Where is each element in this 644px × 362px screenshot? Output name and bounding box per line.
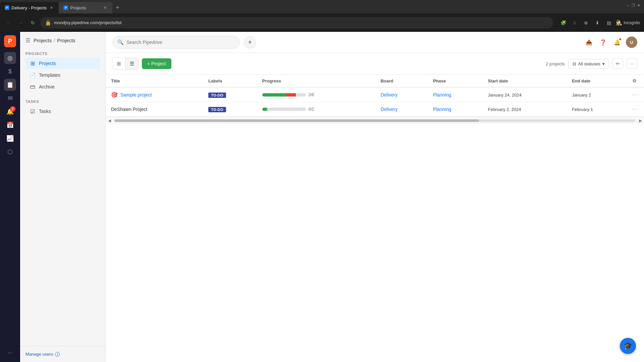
rail-icon-projects[interactable]: 📋 [4, 79, 16, 91]
sidebar-menu-icon[interactable]: ☰ [25, 37, 30, 44]
progress-bar-row1 [262, 93, 306, 97]
add-project-button[interactable]: + Project [142, 58, 171, 69]
notification-button[interactable]: 🔔 [612, 37, 623, 48]
breadcrumb-part1[interactable]: Projects [34, 38, 52, 43]
reload-button[interactable]: ↻ [28, 18, 38, 27]
manage-users-button[interactable]: Manage users i [25, 352, 100, 357]
projects-icon: ⊞ [30, 60, 36, 66]
row-actions-button-row1[interactable]: ··· [632, 92, 639, 98]
board-link-row1[interactable]: Delivery [381, 92, 398, 98]
project-title-cell-row2: DeShawn Project [106, 102, 203, 117]
tab-label-2: Projects [70, 5, 86, 10]
board-link-row2[interactable]: Delivery [381, 107, 398, 112]
start-date-row1: January 24, 2024 [488, 93, 522, 98]
new-tab-button[interactable]: + [112, 3, 122, 13]
rail-icon-target[interactable]: ◎ [4, 52, 16, 64]
edit-columns-button[interactable]: ✏ [612, 58, 623, 69]
phase-link-row1[interactable]: Planning [433, 92, 451, 98]
table-row: 🎯 Sample project TO-DO [106, 87, 644, 102]
kanban-view-button[interactable]: ⊞ [113, 58, 125, 69]
sidebar-item-projects[interactable]: ⊞ Projects [25, 58, 100, 69]
download-button[interactable]: ⬇ [593, 18, 602, 27]
bookmark-button[interactable]: ☆ [570, 18, 579, 27]
all-statuses-button[interactable]: ⊟ All statuses ▾ [568, 59, 609, 69]
project-title-link-deshaw[interactable]: DeShawn Project [111, 107, 198, 112]
table-header-row: Title Labels Progress Board Phase Start … [106, 75, 644, 87]
avatar[interactable]: U [626, 37, 637, 48]
project-title-cell: 🎯 Sample project [106, 87, 203, 102]
logo-button[interactable]: P [4, 35, 16, 47]
rail-icon-calendar[interactable]: 📅 [4, 119, 16, 131]
global-add-button[interactable]: + [244, 36, 256, 48]
col-phase: Phase [428, 75, 483, 87]
scroll-track[interactable] [114, 119, 635, 122]
sidebar-item-archive[interactable]: 🗃 Archive [25, 81, 100, 93]
back-button[interactable]: ← [4, 18, 13, 27]
all-statuses-chevron: ▾ [602, 61, 605, 66]
list-view-button[interactable]: ☰ [125, 58, 138, 69]
breadcrumb: Projects / Projects [34, 38, 75, 43]
all-statuses-label: All statuses [578, 61, 600, 66]
manage-users-label: Manage users [25, 352, 53, 357]
scroll-right-button[interactable]: ▶ [637, 117, 644, 124]
tasks-icon: ☑ [30, 108, 36, 114]
tab-close-2[interactable]: ✕ [102, 5, 108, 10]
tab-label-1: Delivery - Projects [11, 5, 47, 10]
view-toggle: ⊞ ☰ [112, 58, 139, 70]
row-actions-button-row2[interactable]: ··· [632, 106, 639, 112]
sidebar-item-label-archive: Archive [39, 84, 55, 89]
sidebar-item-tasks[interactable]: ☑ Tasks [25, 106, 100, 117]
col-progress: Progress [257, 75, 375, 87]
share-button[interactable]: 📤 [584, 37, 594, 48]
url-input[interactable] [54, 20, 548, 25]
more-options-button[interactable]: ··· [627, 58, 637, 69]
tab-projects[interactable]: P Projects ✕ [59, 2, 112, 13]
extensions-button[interactable]: 🧩 [558, 18, 568, 27]
progress-cell-row2: 0/2 [257, 102, 375, 117]
table-settings-icon[interactable]: ⚙ [632, 78, 637, 83]
help-button[interactable]: ❓ [598, 37, 608, 48]
project-name-deshaw: DeShawn Project [111, 107, 147, 112]
forward-button[interactable]: → [16, 18, 25, 27]
tab-favicon-2: P [63, 5, 68, 10]
help-fab-button[interactable]: 🎓 [620, 338, 636, 354]
search-bar[interactable]: 🔍 [112, 36, 240, 49]
sidebar-footer: Manage users i [20, 346, 105, 362]
rail-icon-email[interactable]: ✉ [4, 92, 16, 104]
rail-icon-more[interactable]: ··· [4, 347, 16, 359]
phase-cell-row1: Planning [428, 87, 483, 102]
profile-button[interactable]: ⊕ [581, 18, 591, 27]
sidebar-browser-button[interactable]: ▤ [604, 18, 613, 27]
breadcrumb-part2: Projects [57, 38, 75, 43]
address-bar[interactable]: 🔒 [40, 17, 553, 28]
minimize-button[interactable]: ─ [625, 3, 631, 8]
rail-bottom: ··· [4, 347, 16, 359]
project-name-sample: Sample project [120, 92, 152, 98]
rail-icon-integrations[interactable]: ⬡ [4, 146, 16, 158]
rail-icon-deals[interactable]: $ [4, 65, 16, 77]
search-input[interactable] [126, 40, 235, 45]
add-project-label: + Project [147, 61, 166, 66]
rail-icon-analytics[interactable]: 📈 [4, 132, 16, 144]
archive-icon: 🗃 [30, 84, 36, 90]
start-date-row2: February 2, 2024 [488, 107, 521, 112]
restore-button[interactable]: ❐ [631, 3, 636, 8]
sidebar-item-templates[interactable]: 📄 Templates [25, 69, 100, 81]
sidebar-item-label-projects: Projects [39, 61, 56, 66]
phase-link-row2[interactable]: Planning [433, 107, 451, 112]
scroll-indicator: ◀ ▶ [106, 117, 644, 124]
close-button[interactable]: ✕ [636, 3, 641, 8]
end-date-row1: January 2 [572, 93, 591, 98]
rail-icon-notifications[interactable]: 🔔 7 [4, 106, 16, 118]
browser-chrome: P Delivery - Projects ✕ P Projects ✕ + ─… [0, 0, 644, 32]
project-label-cell: TO-DO [203, 87, 257, 102]
tab-close-1[interactable]: ✕ [49, 5, 54, 10]
project-title-link-sample[interactable]: 🎯 Sample project [111, 92, 198, 98]
end-date-cell-row2: February 1 [567, 102, 627, 117]
sidebar-item-label-tasks: Tasks [39, 109, 51, 114]
tab-delivery-projects[interactable]: P Delivery - Projects ✕ [0, 2, 59, 13]
scroll-left-button[interactable]: ◀ [106, 117, 113, 124]
col-labels: Labels [203, 75, 257, 87]
col-board: Board [375, 75, 428, 87]
info-icon: i [55, 352, 60, 357]
